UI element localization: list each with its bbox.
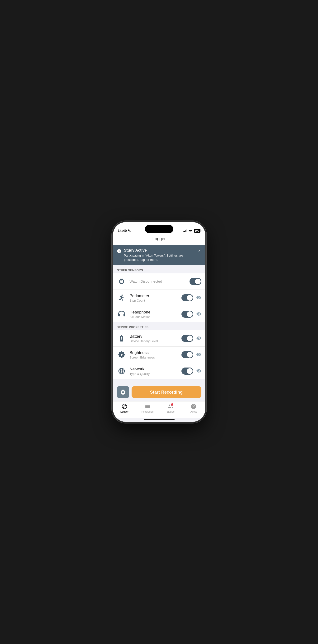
other-sensors-list: Watch Disconnected	[113, 274, 205, 322]
study-banner-title: Study Active	[124, 248, 195, 252]
network-controls	[182, 368, 201, 375]
brightness-controls	[182, 351, 201, 358]
study-collapse-chevron[interactable]	[197, 249, 201, 254]
network-eye-button[interactable]	[196, 368, 201, 374]
battery-indicator: 100	[194, 229, 200, 232]
eye-icon-network	[196, 368, 201, 374]
brightness-eye-button[interactable]	[196, 352, 201, 358]
signal-bar-1	[183, 232, 184, 232]
help-icon	[191, 403, 197, 410]
pedometer-sub: Step Count	[130, 299, 178, 302]
eye-icon-battery	[196, 336, 201, 341]
eye-icon-headphone	[196, 311, 201, 316]
battery-icon-wrap	[117, 334, 126, 343]
watch-toggle[interactable]	[190, 278, 201, 285]
dynamic-island	[145, 225, 173, 233]
pedometer-name: Pedometer	[130, 294, 178, 298]
sensor-item-battery: Battery Device Battery Level	[113, 330, 205, 347]
network-sub: Type & Quality	[130, 372, 178, 376]
tab-studies-label: Studies	[167, 410, 174, 413]
tab-studies[interactable]: Studies	[159, 403, 182, 413]
signal-bar-2	[184, 231, 185, 232]
list-icon	[144, 403, 150, 410]
app-title: Logger	[152, 236, 166, 241]
chevron-up-icon	[197, 249, 201, 253]
brightness-sub: Screen Brightness	[130, 356, 178, 359]
eye-icon	[196, 295, 201, 300]
headphone-info: Headphone AirPods Motion	[130, 310, 178, 319]
battery-eye-button[interactable]	[196, 336, 201, 342]
sensor-item-headphone: Headphone AirPods Motion	[113, 306, 205, 322]
battery-sensor-icon	[118, 334, 125, 342]
time-display: 14:49	[118, 228, 127, 232]
tab-bar: Logger Recordings Studies	[113, 401, 205, 418]
signal-bar-4	[187, 229, 187, 232]
pedometer-controls	[182, 294, 201, 301]
scroll-content[interactable]: OTHER SENSORS Watch Disconnected	[113, 265, 205, 383]
battery-toggle-thumb	[187, 336, 193, 341]
studies-badge	[171, 403, 173, 406]
watch-controls	[190, 278, 201, 285]
tab-logger[interactable]: Logger	[113, 403, 136, 413]
headphone-name: Headphone	[130, 310, 178, 315]
pedometer-toggle-thumb	[187, 295, 193, 301]
svg-point-1	[190, 232, 191, 232]
headphone-controls	[182, 310, 201, 318]
headphone-toggle-thumb	[187, 311, 193, 317]
brightness-icon	[118, 351, 125, 358]
headphone-eye-button[interactable]	[196, 311, 201, 317]
network-toggle-thumb	[187, 368, 193, 374]
compass-icon	[121, 403, 127, 410]
section-header-other-sensors: OTHER SENSORS	[113, 265, 205, 274]
signal-bars	[183, 229, 187, 232]
home-indicator	[144, 419, 175, 420]
bottom-action-area: Start Recording	[113, 383, 205, 401]
tab-logger-icon	[121, 403, 127, 410]
sensor-item-network: Network Type & Quality	[113, 363, 205, 379]
tab-recordings[interactable]: Recordings	[136, 403, 159, 413]
tab-recordings-icon	[144, 403, 150, 410]
battery-sensor-name: Battery	[130, 334, 178, 339]
network-icon-wrap	[117, 366, 126, 376]
headphone-icon-wrap	[117, 310, 126, 319]
phone-frame: 14:49 100	[113, 222, 205, 422]
tab-about-label: About	[191, 410, 197, 413]
mute-icon	[128, 229, 131, 232]
start-recording-button[interactable]: Start Recording	[131, 386, 201, 398]
section-header-device-properties: DEVICE PROPERTIES	[113, 322, 205, 330]
settings-button[interactable]	[117, 386, 129, 398]
headphone-sub: AirPods Motion	[130, 315, 178, 319]
brightness-name: Brightness	[130, 350, 178, 355]
headphone-toggle[interactable]	[182, 310, 193, 318]
watch-info: Watch Disconnected	[130, 279, 186, 284]
battery-sensor-sub: Device Battery Level	[130, 339, 178, 343]
tab-studies-icon	[168, 403, 174, 410]
brightness-toggle[interactable]	[182, 351, 193, 358]
watch-name: Watch Disconnected	[130, 279, 186, 283]
device-properties-list: Battery Device Battery Level	[113, 330, 205, 379]
info-icon	[117, 249, 122, 254]
pedometer-toggle[interactable]	[182, 294, 193, 301]
tab-about-icon	[191, 403, 197, 410]
sensor-item-brightness: Brightness Screen Brightness	[113, 347, 205, 363]
network-toggle[interactable]	[182, 368, 193, 375]
network-info: Network Type & Quality	[130, 367, 178, 376]
pedometer-eye-button[interactable]	[196, 295, 201, 301]
battery-toggle[interactable]	[182, 335, 193, 342]
battery-controls	[182, 335, 201, 342]
tab-about[interactable]: About	[182, 403, 205, 413]
watch-toggle-thumb	[195, 278, 201, 284]
study-info-icon	[117, 249, 122, 254]
brightness-icon-wrap	[117, 350, 126, 360]
status-left: 14:49	[118, 228, 131, 232]
gear-icon	[120, 389, 126, 395]
network-name: Network	[130, 367, 178, 372]
sensor-item-pedometer: Pedometer Step Count	[113, 290, 205, 306]
phone-screen: 14:49 100	[113, 222, 205, 422]
pedometer-icon	[118, 294, 125, 302]
app-header: Logger	[113, 234, 205, 245]
wifi-icon	[189, 229, 192, 232]
eye-icon-brightness	[196, 352, 201, 357]
study-banner[interactable]: Study Active Participating in "Alton Tow…	[113, 245, 205, 265]
tab-recordings-label: Recordings	[141, 410, 154, 413]
